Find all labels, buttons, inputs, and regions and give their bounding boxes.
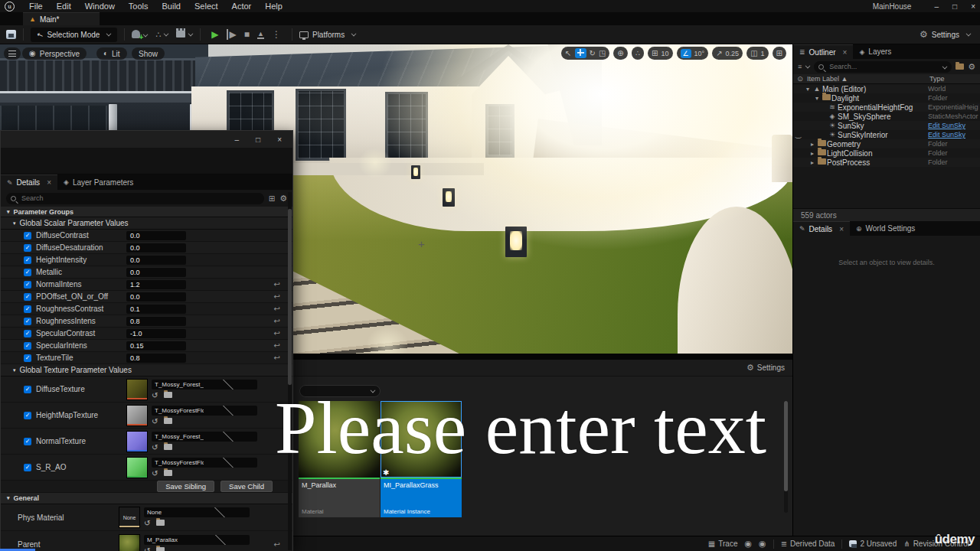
menu-edit[interactable]: Edit: [50, 2, 78, 11]
tab-layer-parameters[interactable]: ◈ Layer Parameters: [57, 174, 139, 190]
menu-actor[interactable]: Actor: [225, 2, 259, 11]
phys-material-thumbnail[interactable]: None: [119, 507, 140, 528]
menu-tools[interactable]: Tools: [122, 2, 155, 11]
camera-speed-control[interactable]: ◫ 1: [746, 47, 768, 60]
texture-asset-dropdown[interactable]: T_MossyForestFloor_vfylbge_2K_ORDp: [152, 458, 257, 468]
play-button[interactable]: ▶: [211, 29, 218, 40]
rotate-tool-icon[interactable]: ↻: [590, 50, 596, 57]
trace-button[interactable]: ▦ Trace: [708, 540, 738, 548]
surface-snap-icon[interactable]: ∴: [635, 50, 640, 57]
param-checkbox[interactable]: ✓: [24, 244, 31, 252]
show-dropdown[interactable]: Show: [132, 47, 165, 60]
param-checkbox[interactable]: ✓: [24, 232, 31, 240]
close-button[interactable]: ×: [277, 135, 282, 144]
perspective-dropdown[interactable]: ◉ Perspective: [22, 47, 87, 60]
texture-thumbnail[interactable]: [126, 431, 148, 452]
section-global-scalar[interactable]: ▾Global Scalar Parameter Values: [1, 217, 292, 230]
maximize-button[interactable]: □: [256, 135, 260, 144]
gear-icon[interactable]: ⚙: [968, 62, 975, 72]
viewport-options-button[interactable]: [4, 47, 21, 60]
unsaved-button[interactable]: 2 Unsaved: [849, 540, 897, 548]
reset-to-default-icon[interactable]: ↩: [274, 317, 280, 325]
browse-to-asset-icon[interactable]: [164, 443, 172, 452]
add-actor-button[interactable]: [132, 30, 148, 40]
scale-tool-icon[interactable]: ◳: [599, 50, 606, 57]
texture-asset-dropdown[interactable]: T_Mossy_Forest_Floor_vfylbge_2K_N: [152, 432, 257, 442]
reset-to-default-icon[interactable]: ↩: [274, 292, 280, 301]
param-checkbox[interactable]: ✓: [24, 281, 31, 289]
reset-to-default-icon[interactable]: ↩: [274, 354, 280, 362]
menu-select[interactable]: Select: [188, 2, 225, 11]
param-checkbox[interactable]: ✓: [24, 330, 31, 337]
section-parameter-groups[interactable]: ▾Parameter Groups: [1, 207, 292, 217]
stop-button[interactable]: ■: [244, 29, 250, 40]
save-icon[interactable]: [6, 30, 16, 39]
details-search[interactable]: [6, 193, 264, 204]
tab-world-settings[interactable]: ⊕ World Settings: [850, 221, 921, 236]
texture-thumbnail[interactable]: [126, 457, 148, 478]
step-frame-button[interactable]: ▶: [227, 29, 237, 40]
close-icon[interactable]: ×: [839, 225, 844, 233]
tab-details-material[interactable]: ✎ Details ×: [1, 174, 57, 190]
edit-sunsky-link[interactable]: Edit SunSky: [928, 122, 965, 129]
param-checkbox[interactable]: ✓: [24, 438, 31, 445]
menu-file[interactable]: File: [22, 2, 50, 11]
reset-to-default-icon[interactable]: ↩: [274, 280, 280, 289]
param-value-field[interactable]: 0.0: [126, 292, 186, 302]
reset-to-default-icon[interactable]: ↩: [274, 305, 280, 313]
insights-icon[interactable]: ◉: [744, 539, 752, 549]
section-general[interactable]: ▾General: [1, 493, 292, 504]
grid-snap-control[interactable]: ⊞ 10: [648, 47, 672, 60]
param-checkbox[interactable]: ✓: [24, 293, 31, 301]
param-checkbox[interactable]: ✓: [24, 342, 31, 350]
param-value-field[interactable]: 0.0: [126, 256, 186, 265]
minimize-button[interactable]: –: [235, 135, 240, 144]
texture-thumbnail[interactable]: [126, 405, 148, 426]
browse-to-asset-icon[interactable]: [164, 391, 172, 399]
use-selected-asset-icon[interactable]: ↺: [152, 469, 158, 478]
content-browser-scrollbar[interactable]: [784, 401, 788, 513]
reset-to-default-icon[interactable]: ↩: [274, 540, 280, 549]
select-tool-icon[interactable]: ↖: [565, 50, 571, 57]
outliner-row-sm-skysphere[interactable]: ◈ SM_SkySphere StaticMeshActor: [793, 112, 980, 121]
param-checkbox[interactable]: ✓: [24, 464, 31, 471]
close-icon[interactable]: ×: [843, 48, 848, 57]
outliner-row-exponentialheightfog[interactable]: ≋ ExponentialHeightFog ExponentialHeigh: [793, 103, 980, 112]
use-selected-asset-icon[interactable]: ↺: [152, 443, 158, 452]
minimize-button[interactable]: –: [935, 2, 939, 11]
menu-build[interactable]: Build: [155, 2, 188, 11]
outliner-row-geometry[interactable]: ▸ Geometry Folder: [793, 139, 980, 148]
use-selected-asset-icon[interactable]: ↺: [144, 546, 150, 551]
tab-outliner[interactable]: ≣ Outliner ×: [793, 44, 853, 59]
outliner-row-lightcollision[interactable]: ▸ LightCollision Folder: [793, 148, 980, 158]
caret-right-icon[interactable]: ▸: [808, 150, 816, 157]
parent-material-dropdown[interactable]: M_Parallax: [144, 535, 250, 545]
visibility-eye-icon[interactable]: ⊙: [793, 75, 807, 83]
lit-dropdown[interactable]: ◐ Lit: [96, 47, 127, 60]
cinematics-button[interactable]: [176, 31, 193, 39]
save-child-button[interactable]: Save Child: [220, 481, 273, 492]
param-checkbox[interactable]: ✓: [24, 354, 31, 362]
param-checkbox[interactable]: ✓: [24, 269, 31, 276]
floating-window-titlebar[interactable]: – □ ×: [1, 131, 292, 148]
texture-asset-dropdown[interactable]: T_MossyForestFloor_vfylbge_2K_Disp: [152, 406, 257, 416]
display-options-icon[interactable]: ⊞: [269, 194, 275, 203]
gear-icon[interactable]: ⚙: [279, 194, 287, 204]
tab-details[interactable]: ✎ Details ×: [793, 221, 850, 236]
reset-to-default-icon[interactable]: ↩: [274, 329, 280, 337]
texture-thumbnail[interactable]: [126, 379, 148, 400]
caret-right-icon[interactable]: ▸: [808, 141, 816, 148]
close-button[interactable]: ×: [971, 2, 975, 11]
param-value-field[interactable]: 0.15: [126, 341, 186, 350]
platforms-dropdown[interactable]: Platforms: [299, 31, 356, 39]
menu-help[interactable]: Help: [258, 2, 289, 11]
param-checkbox[interactable]: ✓: [24, 256, 31, 264]
texture-asset-dropdown[interactable]: T_Mossy_Forest_Floor_vfylbge_2K_D: [152, 380, 257, 390]
details-search-input[interactable]: [20, 194, 260, 203]
param-value-field[interactable]: -1.0: [126, 329, 186, 338]
outliner-row-main[interactable]: ▾ ▲ Main (Editor) World: [793, 84, 980, 93]
param-value-field[interactable]: 0.1: [126, 305, 186, 314]
param-value-field[interactable]: 0.8: [126, 354, 186, 363]
selection-mode-dropdown[interactable]: ↖ Selection Mode: [31, 28, 117, 42]
phys-material-dropdown[interactable]: None: [144, 507, 250, 517]
